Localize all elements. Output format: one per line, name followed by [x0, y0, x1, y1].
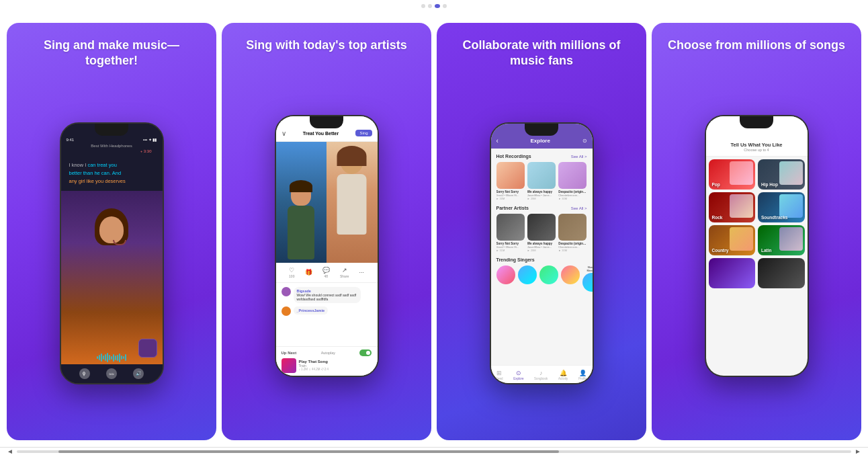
wave-bar — [97, 356, 98, 359]
trending-avatar-2[interactable] — [518, 265, 537, 284]
gift-action[interactable]: 🎁 — [305, 269, 312, 276]
back-arrow-icon[interactable]: ‹ — [496, 137, 498, 144]
recording-1[interactable]: Sorry Not Sorry JessU • Macm Hi... ► 30M — [496, 162, 525, 200]
dot-2[interactable] — [428, 4, 432, 8]
status-bar-1: 9:41 ▪▪▪ ✦ ▮▮ — [67, 137, 157, 142]
dot-1[interactable] — [421, 4, 425, 8]
girl-figure — [91, 208, 132, 259]
wave-bar — [111, 356, 112, 360]
scroll-track[interactable] — [17, 450, 851, 453]
genre-pop[interactable]: Pop — [709, 159, 756, 190]
screen2-song-title: Treat You Better — [289, 131, 353, 136]
phone-3: ‹ Explore ⊙ Hot Recordings See All > So — [490, 122, 594, 384]
wave-icon[interactable]: ≈≈ — [106, 368, 117, 379]
dot-3[interactable] — [435, 4, 440, 8]
genre-rock[interactable]: Rock — [709, 192, 756, 222]
phone-4-wrapper: Tell Us What You Like Choose up to 4 Pop… — [652, 61, 861, 440]
song-thumbnail — [281, 358, 296, 373]
wave-bar — [99, 355, 100, 360]
genre-rock-label: Rock — [712, 215, 723, 220]
phone-4-notch — [740, 116, 773, 128]
genre-more1[interactable] — [709, 258, 756, 288]
girl-smile — [113, 240, 126, 245]
song-stats: ♪ 1.2M ♫ 44.2M ⏱2:4 — [299, 368, 372, 371]
wave-bar — [123, 356, 124, 359]
mic-icon[interactable]: 🎙 — [79, 368, 90, 379]
card-1-title: Sing and make music—together! — [7, 23, 216, 77]
partner-3[interactable]: Despacito (original... Chantielzeroom...… — [558, 214, 587, 252]
phone-2-notch — [310, 116, 343, 128]
autoplay-label: Autoplay — [321, 351, 335, 355]
recording-3[interactable]: Despacito (original... Chantielzeroom...… — [558, 162, 587, 200]
nav-profile[interactable]: 👤 Profile — [578, 370, 587, 380]
card-4-title: Choose from millions of songs — [654, 23, 859, 61]
genre-latin[interactable]: Latin — [758, 225, 805, 255]
genre-country[interactable]: Country — [709, 225, 756, 255]
scroll-right-arrow[interactable]: ► — [855, 448, 861, 455]
boy-body — [288, 206, 314, 259]
comment-icon: 💬 — [322, 267, 330, 274]
wave-bar — [105, 354, 106, 361]
volume-icon[interactable]: 🔊 — [133, 368, 144, 379]
genre-soundtracks[interactable]: Soundtracks — [758, 192, 805, 222]
hot-recordings-see-all[interactable]: See All > — [571, 155, 587, 159]
scroll-left-arrow[interactable]: ◄ — [7, 448, 13, 455]
genre-country-image — [730, 227, 753, 251]
feed-icon: ⊞ — [496, 370, 502, 376]
girl2-hair — [337, 146, 367, 166]
genre-hiphop[interactable]: Hip Hop — [758, 159, 805, 190]
partner-artists-grid: Sorry Not Sorry JessU • Macm Hi... ► 31M… — [491, 214, 593, 252]
nav-feed[interactable]: ⊞ Feed — [496, 370, 503, 380]
search-icon[interactable]: ⊙ — [582, 138, 587, 144]
partner-artists-see-all[interactable]: See All > — [571, 206, 587, 210]
activity-icon: 🔔 — [560, 370, 567, 376]
sing-button[interactable]: Sing — [355, 130, 372, 136]
trending-avatar-1[interactable] — [496, 265, 515, 284]
genre-more2[interactable] — [758, 258, 805, 288]
comment-action[interactable]: 💬 48 — [322, 267, 330, 278]
screen1-song-title: Best With Headphones — [67, 144, 157, 148]
chat-bubble-1: Bigsade Wow! We should connect asdf asdf… — [294, 287, 361, 303]
phone-3-wrapper: ‹ Explore ⊙ Hot Recordings See All > So — [437, 77, 646, 440]
recording-2-views: ► 29M — [527, 197, 556, 200]
video-left — [276, 142, 327, 263]
chat-text-1: Wow! We should connect asdf asdf asdf ws… — [297, 293, 357, 301]
wave-bar — [117, 355, 118, 361]
trending-avatar-4[interactable] — [561, 265, 580, 284]
boy-hair — [290, 180, 312, 192]
recording-2[interactable]: We always happy JasonMraz • Jame... ► 29… — [527, 162, 556, 200]
partner-2[interactable]: We always happy JasonMraz • Jame... ► 29… — [527, 214, 556, 252]
back-chevron-icon[interactable]: ∨ — [281, 130, 286, 137]
phone-2: ∨ Treat You Better Sing — [275, 115, 379, 377]
share-action[interactable]: ↗ Share — [340, 267, 349, 278]
songbook-icon: ♪ — [539, 370, 543, 376]
like-action[interactable]: ♡ 100 — [289, 267, 294, 278]
nav-activity[interactable]: 🔔 Activity — [558, 370, 568, 380]
heart-icon: ♡ — [289, 267, 294, 274]
shawn-mendes-item[interactable]: ShawnMendes — [582, 265, 593, 292]
hot-recordings-title: Hot Recordings — [496, 154, 531, 159]
partner-3-photo — [558, 214, 587, 241]
dot-4[interactable] — [443, 4, 447, 8]
card-2-title: Sing with today's top artists — [232, 23, 420, 61]
phone-1: 9:41 ▪▪▪ ✦ ▮▮ Best With Headphones + 3:3… — [60, 122, 164, 384]
nav-songbook[interactable]: ♪ Songbook — [534, 370, 548, 380]
main-container: Sing and make music—together! 9:41 ▪▪▪ ✦… — [0, 9, 868, 447]
recording-3-views: ► 30M — [558, 197, 587, 200]
explore-content: Hot Recordings See All > Sorry Not Sorry… — [491, 149, 593, 365]
genre-hiphop-image — [779, 161, 803, 185]
phone-4-screen: Tell Us What You Like Choose up to 4 Pop… — [706, 116, 808, 376]
autoplay-toggle[interactable] — [359, 349, 372, 356]
phone-2-screen: ∨ Treat You Better Sing — [276, 116, 378, 376]
phone-2-wrapper: ∨ Treat You Better Sing — [222, 61, 431, 440]
scroll-thumb[interactable] — [58, 450, 559, 453]
activity-label: Activity — [558, 377, 568, 380]
wave-bar — [119, 354, 120, 362]
partner-artists-title: Partner Artists — [496, 206, 529, 210]
wave-bar — [107, 353, 108, 362]
nav-explore[interactable]: ⊙ Explore — [513, 370, 523, 380]
profile-label: Profile — [578, 377, 587, 380]
partner-1[interactable]: Sorry Not Sorry JessU • Macm Hi... ► 31M — [496, 214, 525, 252]
trending-avatar-3[interactable] — [539, 265, 558, 284]
more-action[interactable]: ··· — [359, 269, 364, 276]
